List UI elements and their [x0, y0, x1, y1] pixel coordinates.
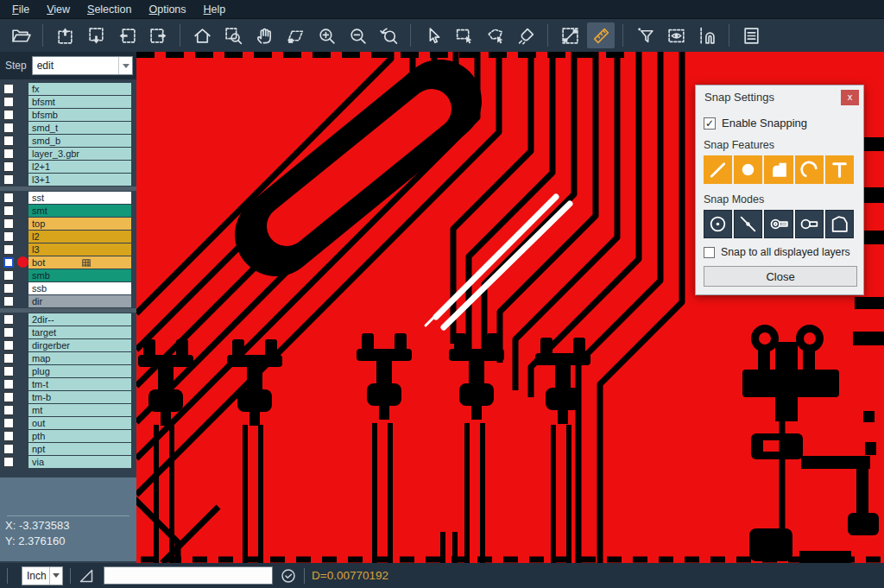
layer-visibility-checkbox[interactable]	[3, 327, 14, 338]
layer-visibility-checkbox[interactable]	[3, 340, 14, 351]
layer-row-target[interactable]: target	[0, 326, 136, 338]
angle-measure-icon[interactable]	[78, 567, 95, 585]
layer-visibility-checkbox[interactable]	[3, 366, 14, 376]
layer-row-ssb[interactable]: ssb	[0, 282, 136, 294]
layer-row-dir[interactable]: dir	[0, 295, 136, 307]
layer-visibility-checkbox[interactable]	[3, 444, 14, 454]
snap-magnet-button[interactable]	[693, 22, 721, 48]
layer-row-l2[interactable]: l2	[0, 231, 136, 243]
snap-feature-surface-button[interactable]	[764, 155, 792, 184]
command-input[interactable]	[104, 566, 273, 585]
menu-item-view[interactable]: View	[38, 1, 79, 18]
layer-row-via[interactable]: via	[0, 456, 136, 468]
zoom-out-button[interactable]	[344, 22, 371, 48]
snap-mode-corner-button[interactable]	[825, 210, 854, 238]
shift-view-down-button[interactable]	[82, 22, 110, 48]
layer-visibility-checkbox[interactable]	[3, 353, 14, 364]
snap-mode-midpoint-button[interactable]	[734, 210, 762, 238]
select-arrow-button[interactable]	[419, 22, 446, 48]
enable-snapping-checkbox[interactable]: ✓	[704, 117, 716, 130]
snap-feature-line-button[interactable]	[704, 155, 732, 184]
step-select[interactable]: edit	[32, 56, 133, 75]
layer-visibility-checkbox[interactable]	[3, 257, 14, 268]
layer-visibility-checkbox[interactable]	[3, 161, 14, 172]
layer-row-l3+1[interactable]: l3+1	[0, 174, 136, 186]
layer-row-bot[interactable]: bot	[0, 256, 136, 269]
layer-visibility-checkbox[interactable]	[3, 205, 14, 216]
layer-row-map[interactable]: map	[0, 352, 136, 364]
view-options-button[interactable]	[662, 22, 690, 48]
clean-brush-button[interactable]	[512, 22, 540, 48]
layer-row-bfsmt[interactable]: bfsmt	[0, 96, 136, 108]
shift-view-left-button[interactable]	[113, 22, 141, 48]
layer-row-layer_3.gbr[interactable]: layer_3.gbr	[0, 148, 136, 160]
layer-visibility-checkbox[interactable]	[3, 418, 14, 428]
snap-mode-slot-button[interactable]	[795, 210, 824, 238]
layer-row-tm-t[interactable]: tm-t	[0, 378, 136, 390]
move-view-button[interactable]	[281, 22, 309, 48]
layer-visibility-checkbox[interactable]	[3, 149, 14, 159]
menu-item-options[interactable]: Options	[140, 1, 194, 18]
layer-visibility-checkbox[interactable]	[3, 123, 14, 133]
layer-row-tm-b[interactable]: tm-b	[0, 391, 136, 403]
apply-refresh-icon[interactable]	[280, 567, 297, 585]
snap-feature-arc-button[interactable]	[795, 155, 824, 184]
layer-row-pth[interactable]: pth	[0, 430, 136, 442]
layer-visibility-checkbox[interactable]	[3, 405, 14, 415]
dialog-title-bar[interactable]: Snap Settings x	[696, 85, 863, 109]
layer-row-smb[interactable]: smb	[0, 269, 136, 281]
layer-row-smd_b[interactable]: smd_b	[0, 135, 136, 147]
layer-visibility-checkbox[interactable]	[3, 283, 14, 294]
layer-row-smt[interactable]: smt	[0, 205, 136, 217]
layer-row-dirgerber[interactable]: dirgerber	[0, 339, 136, 351]
close-icon[interactable]: x	[841, 90, 859, 105]
layer-row-top[interactable]: top	[0, 218, 136, 230]
layer-row-bfsmb[interactable]: bfsmb	[0, 109, 136, 121]
snap-feature-text-button[interactable]	[825, 155, 854, 184]
layer-visibility-checkbox[interactable]	[3, 379, 14, 389]
open-folder-button[interactable]	[7, 22, 35, 48]
home-button[interactable]	[188, 22, 216, 48]
layer-visibility-checkbox[interactable]	[3, 244, 14, 255]
layer-row-mt[interactable]: mt	[0, 404, 136, 416]
layer-visibility-checkbox[interactable]	[3, 193, 14, 203]
layer-visibility-checkbox[interactable]	[3, 84, 14, 94]
layer-visibility-checkbox[interactable]	[3, 97, 14, 107]
zoom-in-button[interactable]	[313, 22, 340, 48]
layer-visibility-checkbox[interactable]	[3, 218, 14, 229]
layer-row-sst[interactable]: sst	[0, 192, 136, 204]
layer-row-l3[interactable]: l3	[0, 243, 136, 256]
layer-row-fx[interactable]: fx	[0, 83, 136, 95]
layer-row-plug[interactable]: plug	[0, 365, 136, 377]
snap-feature-circle-button[interactable]	[734, 155, 762, 184]
layer-row-smd_t[interactable]: smd_t	[0, 122, 136, 134]
ruler-button[interactable]	[587, 22, 615, 48]
layer-row-out[interactable]: out	[0, 417, 136, 429]
layer-visibility-checkbox[interactable]	[3, 136, 14, 146]
layer-visibility-checkbox[interactable]	[3, 457, 14, 467]
layer-visibility-checkbox[interactable]	[3, 231, 14, 242]
shift-view-right-button[interactable]	[144, 22, 172, 48]
select-polygon-button[interactable]	[481, 22, 508, 48]
layer-row-l2+1[interactable]: l2+1	[0, 161, 136, 173]
menu-item-help[interactable]: Help	[195, 1, 235, 18]
zoom-previous-button[interactable]	[375, 22, 402, 48]
pan-hand-button[interactable]	[250, 22, 278, 48]
measure-line-button[interactable]	[556, 22, 584, 48]
unit-select[interactable]: Inch	[22, 566, 63, 585]
layer-visibility-checkbox[interactable]	[3, 431, 14, 441]
shift-view-up-button[interactable]	[51, 22, 79, 48]
filter-button[interactable]	[631, 22, 659, 48]
layer-row-2dir--[interactable]: 2dir--	[0, 313, 136, 326]
report-button[interactable]	[737, 22, 765, 48]
snap-mode-pad-slot-button[interactable]	[764, 210, 792, 238]
layer-visibility-checkbox[interactable]	[3, 270, 14, 281]
layer-visibility-checkbox[interactable]	[3, 174, 14, 185]
layer-visibility-checkbox[interactable]	[3, 110, 14, 120]
menu-item-selection[interactable]: Selection	[79, 1, 140, 18]
menu-item-file[interactable]: File	[3, 1, 38, 18]
select-rect-button[interactable]	[450, 22, 477, 48]
layer-row-npt[interactable]: npt	[0, 443, 136, 455]
zoom-window-button[interactable]	[219, 22, 247, 48]
layer-visibility-checkbox[interactable]	[3, 392, 14, 402]
